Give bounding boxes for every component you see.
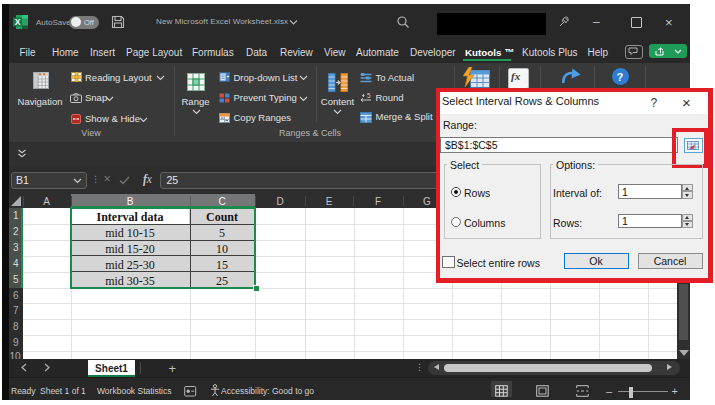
svg-text:X: X	[15, 17, 21, 27]
svg-text:5: 5	[367, 93, 371, 99]
